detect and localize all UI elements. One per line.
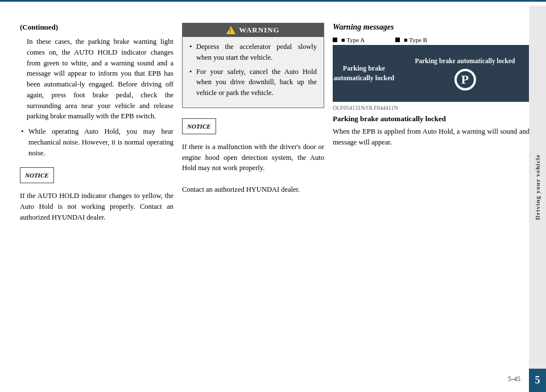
parking-box-b: Parking brake automatically locked P bbox=[395, 45, 535, 102]
parking-locked-title: Parking brake automatically locked bbox=[333, 114, 535, 123]
warning-bullet-2: For your safety, cancel the Auto Hold wh… bbox=[189, 67, 317, 98]
type-b-square-icon bbox=[395, 38, 400, 42]
type-b-label-container: ■ Type B bbox=[395, 36, 535, 43]
parking-images-row: Parking brake automatically locked Parki… bbox=[333, 45, 535, 102]
middle-notice-text: If there is a malfunction with the drive… bbox=[182, 142, 324, 195]
parking-locked-text: When the EPB is applied from Auto Hold, … bbox=[333, 126, 535, 148]
middle-notice-box: NOTICE bbox=[182, 118, 216, 134]
warning-box: WARNING Depress the accelerator pedal sl… bbox=[182, 23, 324, 108]
warning-title: WARNING bbox=[239, 26, 279, 35]
type-b-label: ■ Type B bbox=[404, 36, 427, 43]
warning-header: WARNING bbox=[183, 23, 324, 37]
image-caption: OLF054131N/OLF044411N bbox=[333, 105, 535, 111]
parking-p-circle-icon: P bbox=[454, 69, 476, 90]
intro-text: In these cases, the parking brake warnin… bbox=[20, 36, 173, 122]
warning-triangle-icon bbox=[226, 26, 235, 34]
chapter-number: 5 bbox=[529, 369, 546, 392]
type-labels-row: ■ Type A ■ Type B bbox=[333, 36, 535, 43]
type-a-label: ■ Type A bbox=[341, 36, 365, 43]
left-notice-label: NOTICE bbox=[25, 172, 49, 179]
left-bullet-1: While operating Auto Hold, you may hear … bbox=[20, 126, 173, 158]
type-a-square-icon bbox=[333, 38, 337, 42]
left-notice-box: NOTICE bbox=[20, 167, 54, 183]
parking-box-b-text: Parking brake automatically locked bbox=[415, 56, 515, 65]
middle-notice-label: NOTICE bbox=[187, 123, 211, 130]
side-tab-text: Driving your vehicle bbox=[534, 154, 541, 220]
section-title: Warning messages bbox=[333, 23, 535, 32]
page-number: 5-45 bbox=[508, 375, 520, 383]
top-border bbox=[0, 0, 546, 2]
type-a-label-container: ■ Type A bbox=[333, 36, 395, 43]
left-column: (Continued) In these cases, the parking … bbox=[20, 23, 173, 381]
left-notice-text: If the AUTO HOLD indicator changes to ye… bbox=[20, 191, 173, 222]
continued-label: (Continued) bbox=[20, 23, 173, 32]
parking-box-a-text: Parking brake automatically locked bbox=[333, 64, 395, 83]
warning-bullet-1: Depress the accelerator pedal slowly whe… bbox=[189, 42, 317, 63]
middle-column: WARNING Depress the accelerator pedal sl… bbox=[182, 23, 324, 381]
right-column: Warning messages ■ Type A ■ Type B Parki… bbox=[333, 23, 535, 381]
parking-box-a: Parking brake automatically locked bbox=[333, 45, 395, 102]
